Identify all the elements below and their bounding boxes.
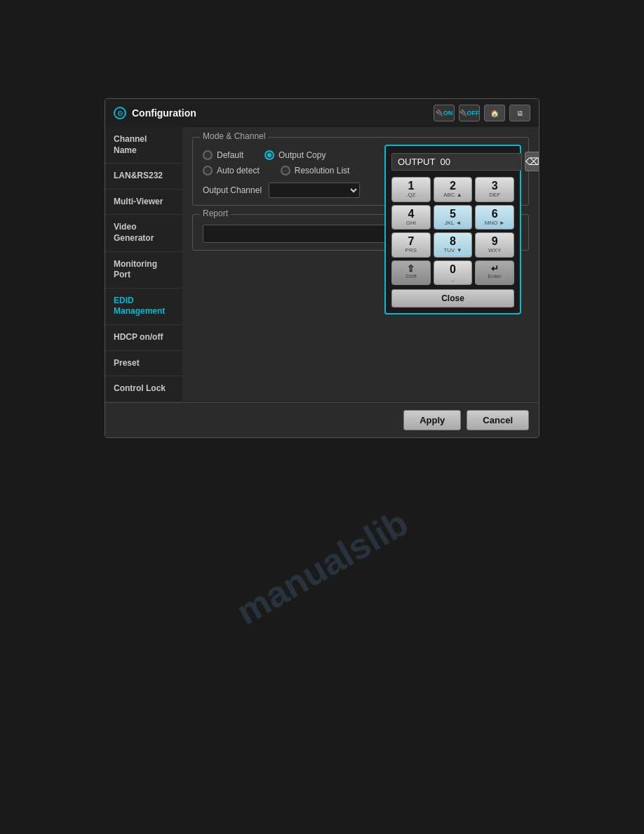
radio-circle-resolution-list [281,166,290,176]
numpad-key-shift[interactable]: ⇧ Shift [391,260,431,286]
radio-resolution-list[interactable]: Resolution List [281,166,350,176]
sidebar: ChannelName LAN&RS232 Multi-Viewer Video… [105,127,182,402]
config-icon: ⊙ [114,107,126,119]
sidebar-item-video-generator[interactable]: VideoGenerator [105,215,182,251]
home-btn[interactable]: 🏠 [484,105,505,121]
sidebar-item-preset[interactable]: Preset [105,351,182,377]
numpad-key-6[interactable]: 6 MNO ► [475,205,514,230]
numpad-key-1[interactable]: 1 .QZ [391,177,431,202]
watermark: manualslib [229,501,415,633]
numpad-key-9[interactable]: 9 WXY [475,232,514,258]
configuration-window: ⊙ Configuration 🔌 ON 🔌 OFF 🏠 🖥 ChannelNa… [105,98,539,438]
sidebar-item-control-lock[interactable]: Control Lock [105,376,182,402]
numpad-backspace-btn[interactable]: ⌫ [525,152,539,171]
numpad-close-row: Close [391,289,514,307]
footer: Apply Cancel [105,402,539,437]
numpad-key-0[interactable]: 0 _ [434,260,473,286]
sidebar-item-lan-rs232[interactable]: LAN&RS232 [105,164,182,190]
radio-circle-auto-detect [203,166,213,176]
title-right: 🔌 ON 🔌 OFF 🏠 🖥 [434,105,530,121]
numpad-key-8[interactable]: 8 TUV ▼ [434,232,473,258]
usb-off-btn[interactable]: 🔌 OFF [459,105,480,121]
window-title: Configuration [132,107,196,119]
numpad-key-4[interactable]: 4 GHI [391,205,431,230]
sidebar-item-monitoring-port[interactable]: MonitoringPort [105,252,182,289]
radio-circle-default [203,150,213,160]
title-bar: ⊙ Configuration 🔌 ON 🔌 OFF 🏠 🖥 [105,99,539,127]
numpad-close-btn[interactable]: Close [391,289,514,307]
cancel-button[interactable]: Cancel [467,410,529,430]
numpad-display: ⌫ [391,152,514,171]
numpad-key-3[interactable]: 3 DEF [475,177,514,202]
numpad-key-5[interactable]: 5 JKL ◄ [434,205,473,230]
main-layout: ChannelName LAN&RS232 Multi-Viewer Video… [105,127,539,402]
output-channel-label: Output Channel [203,185,262,195]
report-title: Report [200,208,231,218]
radio-auto-detect[interactable]: Auto detect [203,166,260,176]
display-btn[interactable]: 🖥 [509,105,530,121]
usb-on-btn[interactable]: 🔌 ON [434,105,455,121]
numpad-key-2[interactable]: 2 ABC ▲ [434,177,473,202]
sidebar-item-edid-management[interactable]: EDIDManagement [105,289,182,325]
output-channel-select[interactable]: 1 2 3 4 [269,183,360,198]
content-area: Mode & Channel Default Output Copy [182,127,539,402]
numpad-input[interactable] [391,153,522,171]
mode-channel-title: Mode & Channel [200,131,268,141]
numpad-grid: 1 .QZ 2 ABC ▲ 3 DEF 4 GH [391,177,514,285]
numpad-key-enter[interactable]: ↵ Enter [475,260,514,286]
numpad-overlay: ⌫ 1 .QZ 2 ABC ▲ 3 DEF [384,145,521,315]
apply-button[interactable]: Apply [403,410,461,430]
title-left: ⊙ Configuration [114,107,196,119]
sidebar-item-channel-name[interactable]: ChannelName [105,127,182,164]
radio-inner-output-copy [267,153,271,157]
radio-output-copy[interactable]: Output Copy [264,150,326,160]
sidebar-item-hdcp-onoff[interactable]: HDCP on/off [105,325,182,351]
radio-circle-output-copy [264,150,274,160]
numpad-key-7[interactable]: 7 PRS [391,232,431,258]
radio-default[interactable]: Default [203,150,243,160]
mode-channel-section: Mode & Channel Default Output Copy [192,137,529,206]
sidebar-item-multi-viewer[interactable]: Multi-Viewer [105,190,182,216]
